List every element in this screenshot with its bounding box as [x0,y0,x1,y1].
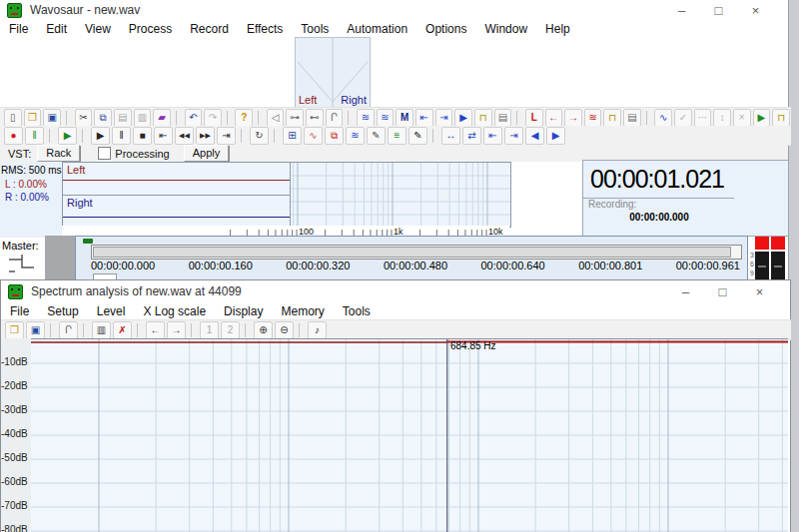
note-tuning-button[interactable]: ♪ [308,321,327,339]
loop-playback-button[interactable]: ↻ [250,127,269,145]
menu-item-x-log-scale[interactable]: X Log scale [134,304,215,318]
stop-button[interactable]: ■ [133,127,152,145]
pan-balance-widget[interactable]: Left Right [295,37,371,109]
menu-item-tools[interactable]: Tools [334,304,380,318]
draw-wave-button[interactable]: ✎ [367,127,386,145]
main-titlebar[interactable]: Wavosaur - new.wav – □ × [0,0,788,20]
spectrum-plot[interactable]: 684.85 Hz [31,338,788,532]
envelope-delete-button[interactable]: × [733,109,751,127]
envelope-play-button[interactable]: ▶ [753,109,771,127]
apply-button[interactable]: Apply [184,145,230,162]
region-right-button[interactable]: → [564,109,582,127]
redo-button[interactable]: ↷ [204,109,222,127]
cut-button[interactable]: ✂ [75,109,93,127]
menu-item-file[interactable]: File [1,304,38,318]
timeline-scrollbar[interactable] [91,245,742,260]
region-wave-button[interactable]: ≋ [584,109,602,127]
fast-forward-button[interactable]: ▶▶ [196,127,215,145]
clip-indicator-left[interactable] [755,237,769,250]
processing-checkbox[interactable] [98,147,111,160]
open-spectrum-button[interactable]: ❐ [5,321,24,339]
lock-markers-button[interactable]: ⊓ [474,109,492,127]
kick-generator-button[interactable]: ≡ [388,127,406,145]
zoom-in-button[interactable]: ⊕ [254,321,273,339]
save-button[interactable]: ▣ [43,109,61,127]
close-icon[interactable]: × [737,3,774,18]
loudness-profile-button[interactable]: ∿ [304,127,323,145]
envelope-button[interactable]: ∿ [654,109,672,127]
region-left-button[interactable]: ← [545,109,563,127]
go-to-start-button[interactable]: ⇤ [154,127,173,145]
timeline-scrollbar-thumb[interactable] [93,247,731,258]
marker-button[interactable]: M [396,109,413,127]
wrench-button[interactable]: Ր [326,109,344,127]
region-start-button[interactable]: L [525,109,543,127]
selection-expand-button[interactable]: ↔ [441,127,460,145]
lock-regions-button[interactable]: ⊓ [603,109,621,127]
menu-item-process[interactable]: Process [120,22,181,36]
audio-routing-button[interactable]: ⊶ [286,109,304,127]
insert-audio-button[interactable]: ⊞ [283,127,302,145]
menu-item-level[interactable]: Level [88,304,135,318]
memory-slot-2-button[interactable]: 2 [221,321,240,339]
menu-item-view[interactable]: View [76,22,120,36]
pause-button[interactable]: ‖ [112,127,131,145]
go-to-end-button[interactable]: ⇥ [217,127,236,145]
minimize-icon[interactable]: – [667,284,704,299]
frame-next-button[interactable]: → [167,321,186,339]
trim-button[interactable]: ▰ [153,109,171,127]
audio-output-button[interactable]: ◁ [267,109,285,127]
envelope-apply-button[interactable]: ✓ [674,109,692,127]
play-button[interactable]: ▶ [91,127,110,145]
spectrum-titlebar[interactable]: Spectrum analysis of new.wav at 44099 – … [1,280,788,302]
menu-item-display[interactable]: Display [215,304,272,318]
rewind-button[interactable]: ◀◀ [175,127,194,145]
menu-item-automation[interactable]: Automation [338,22,416,36]
play-selection-button[interactable]: ▶ [454,109,472,127]
zoom-selection-wave-button[interactable]: ≋ [357,109,375,127]
menu-item-memory[interactable]: Memory [272,304,333,318]
menu-item-options[interactable]: Options [416,22,475,36]
play-previous-button[interactable]: ◀ [525,127,544,145]
resample-wave-button[interactable]: ≋ [346,127,365,145]
copy-regions-button[interactable]: ⧉ [325,127,344,145]
settings-wrench-button[interactable]: Ր [59,321,78,339]
clip-indicator-right[interactable] [771,237,785,250]
record-pause-button[interactable]: ‖ [25,127,44,145]
paste-button[interactable]: ▤ [114,109,132,127]
menu-item-file[interactable]: File [0,22,37,36]
pencil-tool-button[interactable]: ✎ [408,127,427,145]
zoom-out-button[interactable]: ⊖ [275,321,294,339]
open-folder-button[interactable]: ❐ [24,109,42,127]
menu-item-setup[interactable]: Setup [38,304,87,318]
frame-previous-button[interactable]: ← [146,321,165,339]
maximize-icon[interactable]: □ [700,3,737,18]
paste-mix-button[interactable]: ▥ [134,109,152,127]
close-icon[interactable]: × [741,284,778,299]
memory-slot-1-button[interactable]: 1 [200,321,219,339]
envelope-scale-button[interactable]: ↕ [713,109,731,127]
play-next-button[interactable]: ▶ [546,127,565,145]
new-file-button[interactable]: ▯ [4,109,22,127]
menu-item-tools[interactable]: Tools [292,22,338,36]
envelope-points-button[interactable]: ⋯ [694,109,712,127]
selection-shift-right-button[interactable]: ⇥ [504,127,523,145]
menu-item-help[interactable]: Help [536,22,579,36]
lock-envelope-button[interactable]: ⊓ [772,109,790,127]
undo-button[interactable]: ↶ [185,109,203,127]
loop-end-button[interactable]: ⇥ [435,109,453,127]
delete-regions-button[interactable]: ▤ [623,109,641,127]
menu-item-effects[interactable]: Effects [238,22,292,36]
vst-rack-button[interactable]: Rack [37,145,80,162]
delete-markers-button[interactable]: ▤ [494,109,512,127]
zoom-all-wave-button[interactable]: ≋ [377,109,395,127]
selection-contract-button[interactable]: ⇄ [462,127,481,145]
peak-marker-button[interactable]: ✗ [113,321,132,339]
audio-patch-button[interactable]: ⊷ [306,109,324,127]
record-button[interactable]: ● [4,127,23,145]
play-from-cursor-button[interactable]: ▶ [58,127,77,145]
maximize-icon[interactable]: □ [704,284,741,299]
selection-shift-left-button[interactable]: ⇤ [483,127,502,145]
menu-item-edit[interactable]: Edit [37,22,76,36]
channel-view-button[interactable]: ▥ [92,321,111,339]
